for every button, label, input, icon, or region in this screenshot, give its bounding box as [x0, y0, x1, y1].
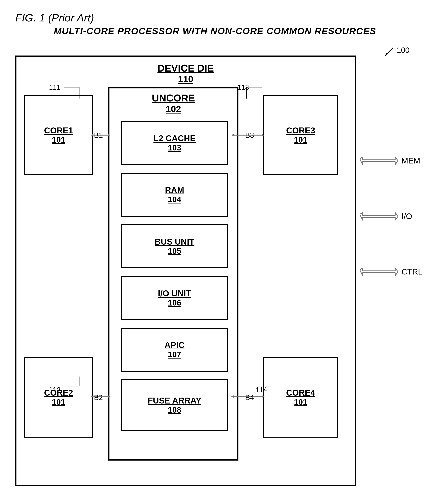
fuse-array-ref: 108 — [168, 405, 181, 415]
io-arrow-container: I/O — [360, 211, 412, 222]
page: FIG. 1 (Prior Art) MULTI-CORE PROCESSOR … — [0, 0, 430, 504]
uncore-box: UNCORE 102 L2 CACHE 103 RAM 104 BUS UNIT… — [108, 87, 238, 460]
device-die-ref: 110 — [158, 74, 214, 84]
core4-ref: 101 — [294, 397, 307, 407]
core1-name: CORE1 — [44, 126, 73, 135]
l2-cache-name: L2 CACHE — [153, 134, 196, 143]
device-die-label: DEVICE DIE 110 — [158, 63, 214, 84]
ctrl-arrow-container: CTRL — [360, 266, 422, 278]
svg-marker-18 — [360, 157, 398, 165]
uncore-name: UNCORE — [152, 92, 195, 104]
mem-arrow-container: MEM — [360, 155, 420, 167]
ref-111: 111 — [49, 83, 61, 91]
ref-113: 113 — [237, 83, 249, 91]
bus-b2-label: B2 — [94, 394, 103, 402]
svg-marker-20 — [360, 268, 398, 276]
core4-name: CORE4 — [286, 388, 315, 397]
bus-b3-label: B3 — [245, 131, 254, 140]
apic-name: APIC — [164, 340, 185, 350]
io-unit-ref: 106 — [168, 298, 181, 307]
apic-ref: 107 — [168, 350, 181, 359]
io-arrow-icon — [360, 211, 398, 222]
core1-box: CORE1 101 — [24, 95, 93, 175]
device-die-box: DEVICE DIE 110 UNCORE 102 L2 CACHE 103 R… — [15, 55, 356, 486]
ram-name: RAM — [165, 185, 184, 195]
core3-name: CORE3 — [286, 126, 315, 135]
bus-unit-name: BUS UNIT — [155, 237, 194, 247]
mem-arrow-icon — [360, 155, 398, 167]
bus-unit-box: BUS UNIT 105 — [121, 224, 228, 268]
ram-ref: 104 — [168, 195, 181, 204]
ref-100-text: 100 — [397, 46, 410, 54]
core2-box: CORE2 101 — [24, 357, 93, 438]
fuse-array-name: FUSE ARRAY — [148, 396, 201, 405]
svg-marker-19 — [360, 212, 398, 220]
ref-100-container: 100 — [379, 46, 410, 61]
fig-subtitle: MULTI-CORE PROCESSOR WITH NON-CORE COMMO… — [15, 26, 415, 36]
ctrl-label: CTRL — [402, 267, 422, 276]
io-label: I/O — [402, 212, 412, 221]
ref-114: 114 — [256, 386, 267, 394]
core1-ref: 101 — [52, 135, 65, 144]
core3-ref: 101 — [294, 135, 307, 144]
uncore-label: UNCORE 102 — [152, 92, 195, 114]
fig-title: FIG. 1 (Prior Art) — [15, 11, 415, 24]
bus-unit-ref: 105 — [168, 247, 181, 256]
ctrl-arrow-icon — [360, 266, 398, 278]
mem-label: MEM — [402, 156, 420, 165]
io-unit-box: I/O UNIT 106 — [121, 276, 228, 320]
ram-box: RAM 104 — [121, 173, 228, 217]
core2-ref: 101 — [52, 397, 65, 407]
apic-box: APIC 107 — [121, 328, 228, 372]
bus-b1-label: B1 — [94, 131, 103, 140]
device-die-name: DEVICE DIE — [158, 63, 214, 74]
l2-cache-box: L2 CACHE 103 — [121, 121, 228, 165]
fuse-array-box: FUSE ARRAY 108 — [121, 379, 228, 431]
core3-box: CORE3 101 — [263, 95, 338, 175]
ref-100-arrow-icon — [379, 46, 395, 61]
l2-cache-ref: 103 — [168, 143, 181, 152]
io-unit-name: I/O UNIT — [158, 289, 191, 298]
bus-b4-label: B4 — [245, 394, 254, 402]
core4-box: CORE4 101 — [263, 357, 338, 438]
diagram-container: DEVICE DIE 110 UNCORE 102 L2 CACHE 103 R… — [15, 44, 417, 494]
uncore-ref: 102 — [152, 104, 195, 114]
ref-112: 112 — [49, 386, 61, 394]
